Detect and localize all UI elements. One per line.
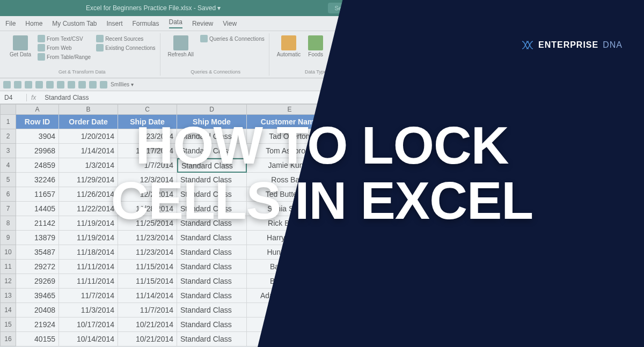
title-line-1: HOW TO LOCK	[0, 118, 644, 173]
row-header[interactable]: 13	[0, 289, 16, 303]
ribbon-group-get-transform: Get Data From Text/CSV From Web From Tab…	[4, 33, 160, 76]
qat-icon[interactable]	[68, 81, 75, 88]
cell[interactable]: Standard Class	[177, 231, 247, 245]
menu-home[interactable]: Home	[25, 20, 42, 27]
foods-icon	[308, 35, 323, 50]
menu-custom[interactable]: My Custom Tab	[52, 20, 97, 27]
cell[interactable]: Standard Class	[177, 318, 247, 332]
qat-icon[interactable]	[46, 81, 54, 88]
cell[interactable]: 10/21/2014	[118, 318, 177, 332]
cell[interactable]: 11/11/2014	[59, 260, 118, 274]
col-header-b[interactable]: B	[59, 104, 118, 115]
menu-insert[interactable]: Insert	[107, 20, 123, 27]
col-header-c[interactable]: C	[118, 104, 177, 115]
col-header-a[interactable]: A	[16, 104, 59, 115]
qat-icon[interactable]	[89, 81, 97, 88]
qat-icon[interactable]	[25, 81, 32, 88]
menu-view[interactable]: View	[223, 20, 237, 27]
title-line-2: CELLS IN EXCEL	[0, 173, 644, 228]
cell[interactable]: 11/23/2014	[118, 231, 177, 245]
queries-connections-button[interactable]: Queries & Connections	[199, 34, 266, 43]
from-web-button[interactable]: From Web	[36, 43, 92, 52]
get-data-icon	[13, 35, 28, 50]
recent-sources-button[interactable]: Recent Sources	[95, 34, 156, 43]
cell[interactable]: 11/19/2014	[59, 231, 118, 245]
from-table-button[interactable]: From Table/Range	[36, 53, 92, 61]
menu-review[interactable]: Review	[192, 20, 213, 27]
fx-icon[interactable]: fx	[27, 94, 40, 101]
csv-icon	[38, 35, 45, 42]
row-header[interactable]: 16	[0, 332, 16, 346]
foods-button[interactable]: Foods	[306, 34, 325, 69]
cell[interactable]: 11/15/2014	[118, 274, 177, 289]
refresh-icon	[173, 35, 188, 50]
col-header-d[interactable]: D	[177, 104, 247, 115]
qat-icon[interactable]	[35, 81, 43, 88]
cell[interactable]: 20408	[16, 303, 59, 318]
cell[interactable]: 40155	[16, 332, 59, 346]
qat-icon[interactable]	[14, 81, 21, 88]
row-header[interactable]: 9	[0, 231, 16, 245]
cell[interactable]: 10/14/2014	[59, 332, 118, 346]
cell[interactable]: Standard Class	[177, 245, 247, 260]
cell[interactable]: 10/17/2014	[59, 318, 118, 332]
formula-input[interactable]: Standard Class	[40, 94, 93, 101]
automatic-button[interactable]: Automatic	[275, 34, 303, 69]
qat-icon[interactable]	[57, 81, 64, 88]
select-all-corner[interactable]	[0, 104, 16, 115]
cell[interactable]: 29272	[16, 260, 59, 274]
cell[interactable]: Standard Class	[177, 332, 247, 346]
cell[interactable]: Standard Class	[177, 260, 247, 274]
cell[interactable]: 39465	[16, 289, 59, 303]
cell[interactable]: Standard Class	[177, 289, 247, 303]
cell[interactable]: 10/21/2014	[118, 332, 177, 346]
main-title: HOW TO LOCK CELLS IN EXCEL	[0, 118, 644, 228]
connections-icon	[96, 44, 104, 51]
cell[interactable]: 29269	[16, 274, 59, 289]
cell[interactable]: 13879	[16, 231, 59, 245]
cell[interactable]: 11/7/2014	[59, 289, 118, 303]
row-header[interactable]: 12	[0, 274, 16, 289]
brand-bold: ENTERPRISE	[538, 40, 598, 50]
cell[interactable]: 11/23/2014	[118, 245, 177, 260]
cell[interactable]: 11/15/2014	[118, 260, 177, 274]
menu-formulas[interactable]: Formulas	[133, 20, 159, 27]
cell[interactable]: 21924	[16, 318, 59, 332]
row-header[interactable]: 14	[0, 303, 16, 318]
ribbon-group-queries: Refresh All Queries & Connections Querie…	[163, 33, 269, 76]
recent-icon	[96, 35, 104, 42]
from-text-csv-button[interactable]: From Text/CSV	[36, 34, 92, 43]
cell[interactable]: 35487	[16, 245, 59, 260]
cell[interactable]: 11/3/2014	[59, 303, 118, 318]
smilies-label[interactable]: SmIllies ▾	[111, 82, 134, 87]
refresh-label: Refresh All	[168, 51, 194, 57]
qat-icon[interactable]	[100, 81, 107, 88]
ribbon-group-label: Queries & Connections	[166, 69, 266, 75]
row-header[interactable]: 15	[0, 318, 16, 332]
row-header[interactable]: 10	[0, 245, 16, 260]
ribbon-group-label: Get & Transform Data	[8, 69, 157, 75]
cell[interactable]: Standard Class	[177, 303, 247, 318]
menu-data[interactable]: Data	[169, 18, 182, 28]
table-icon	[38, 53, 45, 61]
document-title: Excel for Beginners Practice File.xlsx -…	[86, 4, 221, 12]
refresh-all-button[interactable]: Refresh All	[166, 34, 196, 69]
qat-icon[interactable]	[78, 81, 86, 88]
dna-icon	[521, 40, 534, 50]
queries-icon	[200, 35, 208, 42]
get-data-label: Get Data	[10, 51, 31, 57]
row-header[interactable]: 11	[0, 260, 16, 274]
existing-connections-button[interactable]: Existing Connections	[95, 43, 156, 52]
cell[interactable]: Standard Class	[177, 274, 247, 289]
automatic-icon	[281, 35, 296, 50]
name-box[interactable]: D4	[0, 94, 27, 101]
qat-icon[interactable]	[3, 81, 11, 88]
get-data-button[interactable]: Get Data	[8, 34, 33, 69]
cell[interactable]: 11/18/2014	[59, 245, 118, 260]
cell[interactable]: 11/7/2014	[118, 303, 177, 318]
brand-light: DNA	[603, 40, 623, 50]
cell[interactable]: 11/14/2014	[118, 289, 177, 303]
brand-logo: ENTERPRISE DNA	[521, 40, 623, 50]
menu-file[interactable]: File	[5, 20, 16, 27]
cell[interactable]: 11/11/2014	[59, 274, 118, 289]
